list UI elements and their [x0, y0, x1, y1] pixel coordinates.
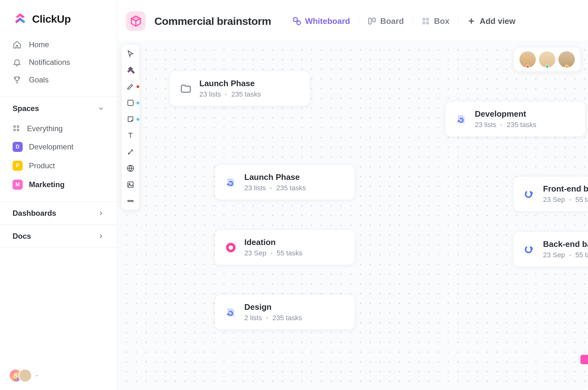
tool-more[interactable] — [126, 197, 135, 205]
tab-board[interactable]: Board — [359, 16, 413, 26]
nav-docs[interactable]: Docs — [0, 225, 117, 248]
tab-add-view[interactable]: Add view — [458, 16, 524, 26]
card-title: Launch Phase — [244, 172, 306, 182]
svg-point-20 — [227, 244, 234, 251]
card-launch-phase-folder[interactable]: Launch Phase 23 lists235 tasks — [170, 71, 310, 106]
tool-sticky[interactable] — [126, 115, 135, 124]
chevron-down-icon — [97, 105, 104, 112]
svg-point-18 — [130, 200, 131, 202]
svg-text:+: + — [133, 70, 135, 74]
space-marketing[interactable]: M Marketing — [13, 175, 104, 194]
card-design[interactable]: Design 2 lists235 tasks — [215, 295, 355, 330]
docs-label: Docs — [13, 232, 31, 241]
folder-icon — [180, 83, 192, 95]
svg-point-19 — [132, 200, 133, 202]
card-title: Back-end ba — [543, 239, 588, 249]
topbar: Commercial brainstorm Whiteboard Board B… — [117, 0, 588, 41]
card-title: Development — [475, 109, 536, 119]
clickup-add-icon: + — [126, 66, 135, 74]
page-title: Commercial brainstorm — [154, 15, 271, 27]
card-title: Front-end ba — [543, 184, 588, 194]
tool-pointer[interactable] — [126, 49, 135, 58]
main-area: Commercial brainstorm Whiteboard Board B… — [117, 0, 588, 390]
spaces-header[interactable]: Spaces — [0, 96, 117, 117]
box-icon — [421, 17, 430, 25]
nav-home[interactable]: Home — [13, 36, 104, 53]
space-badge: M — [13, 180, 23, 190]
tab-label: Box — [434, 16, 449, 26]
tool-clickup[interactable]: + — [126, 66, 135, 75]
card-title: Design — [244, 302, 302, 312]
user-menu[interactable]: S — [9, 369, 39, 382]
tool-shape[interactable] — [126, 98, 135, 107]
presence-indicator[interactable] — [514, 47, 580, 71]
plus-icon — [467, 17, 476, 25]
nav-dashboards[interactable]: Dashboards — [0, 202, 117, 225]
grid-dots-icon — [13, 125, 21, 133]
cycle-icon — [225, 306, 237, 318]
card-frontend[interactable]: Front-end ba 23 Sep55 ta — [513, 176, 588, 211]
view-tabs: Whiteboard Board Box Add view — [284, 16, 524, 26]
whiteboard-canvas[interactable]: + Launch Phase 23 lists235 — [117, 41, 588, 390]
brand-logo[interactable]: ClickUp — [0, 0, 117, 36]
tool-text[interactable] — [126, 131, 135, 140]
tool-pen[interactable] — [126, 82, 135, 91]
nav-goals[interactable]: Goals — [13, 71, 104, 89]
cube-icon — [130, 15, 142, 27]
square-icon — [126, 99, 135, 107]
presence-user — [519, 51, 536, 68]
space-label: Development — [29, 142, 73, 151]
primary-nav: Home Notifications Goals — [0, 36, 117, 96]
space-badge: P — [13, 161, 23, 171]
whiteboard-icon — [292, 17, 301, 25]
trophy-icon — [13, 75, 21, 84]
svg-point-1 — [17, 126, 19, 127]
spaces-title: Spaces — [13, 104, 39, 113]
tool-connector[interactable] — [126, 148, 135, 156]
tab-label: Add view — [480, 16, 515, 26]
svg-rect-9 — [426, 18, 429, 21]
space-everything[interactable]: Everything — [13, 120, 104, 137]
dashboards-label: Dashboards — [13, 209, 56, 218]
user-avatar-photo — [18, 369, 32, 382]
tab-box[interactable]: Box — [413, 16, 458, 26]
chevron-right-icon — [97, 210, 104, 217]
bell-icon — [13, 58, 21, 67]
tool-image[interactable] — [126, 180, 135, 189]
svg-point-17 — [128, 200, 129, 202]
home-icon — [13, 40, 21, 49]
sidebar: ClickUp Home Notifications Goals Spaces — [0, 0, 117, 390]
cursor-indicator — [580, 355, 588, 364]
more-icon — [126, 197, 135, 205]
space-label: Product — [29, 161, 55, 170]
tool-web[interactable] — [126, 164, 135, 173]
spaces-list: Everything D Development P Product M Mar… — [0, 117, 117, 202]
caret-down-icon — [35, 373, 39, 378]
tab-label: Board — [380, 16, 404, 26]
image-icon — [126, 181, 135, 189]
clickup-logo-icon — [13, 11, 28, 26]
cycle-icon — [225, 176, 237, 188]
card-title: Launch Phase — [199, 79, 261, 88]
svg-rect-6 — [369, 18, 371, 24]
card-title: Ideation — [244, 237, 302, 247]
tab-whiteboard[interactable]: Whiteboard — [284, 16, 359, 26]
space-product[interactable]: P Product — [13, 156, 104, 175]
loop-arrow-icon — [524, 243, 535, 255]
card-development[interactable]: Development 23 lists235 tasks — [445, 102, 585, 136]
nav-notifications[interactable]: Notifications — [13, 53, 104, 71]
card-backend[interactable]: Back-end ba 23 Sep55 ta — [513, 232, 588, 267]
text-icon — [126, 131, 135, 140]
circle-icon — [225, 242, 237, 254]
space-label: Marketing — [29, 180, 64, 189]
sticky-note-icon — [126, 115, 135, 123]
chevron-right-icon — [97, 233, 104, 240]
presence-user — [558, 51, 575, 68]
connector-icon — [126, 148, 135, 156]
space-development[interactable]: D Development — [13, 137, 104, 156]
card-ideation[interactable]: Ideation 23 Sep55 tasks — [215, 230, 355, 265]
svg-rect-15 — [128, 182, 133, 187]
card-launch-phase-list[interactable]: Launch Phase 23 lists235 tasks — [215, 165, 355, 200]
svg-rect-7 — [373, 18, 375, 22]
globe-icon — [126, 164, 135, 172]
